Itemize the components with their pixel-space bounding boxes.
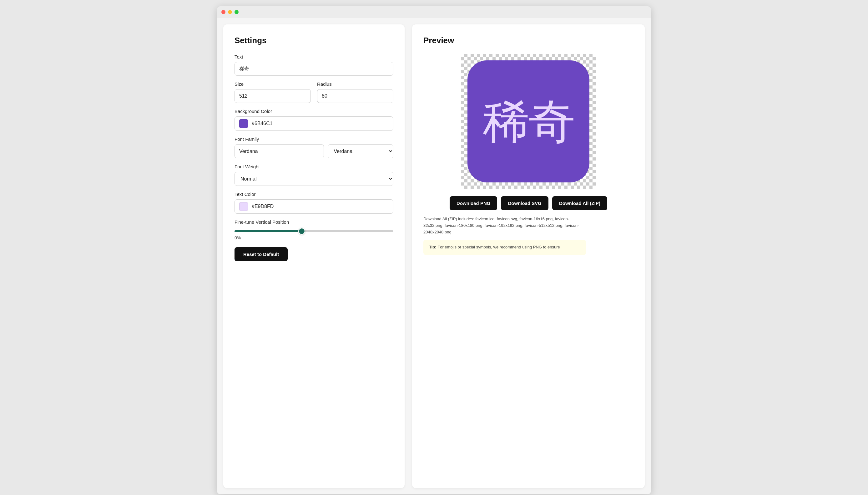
vertical-position-label: Fine-tune Vertical Position [234,219,393,225]
settings-title: Settings [234,36,393,45]
text-color-label: Text Color [234,191,393,197]
radius-input[interactable] [317,89,393,103]
vertical-position-slider[interactable] [234,230,393,232]
text-input[interactable] [234,62,393,76]
titlebar [217,6,651,18]
radius-label: Radius [317,81,393,87]
bg-color-label: Background Color [234,108,393,114]
preview-canvas: 稀奇 [461,54,596,189]
font-weight-select[interactable]: Normal Bold 100 200 300 400 500 600 700 … [234,172,393,186]
minimize-button[interactable] [228,10,232,14]
bg-color-row [234,116,393,131]
font-family-label: Font Family [234,136,393,142]
size-label: Size [234,81,311,87]
app-window: Settings Text Size Radius Background Col… [217,6,651,494]
maximize-button[interactable] [234,10,238,14]
preview-title: Preview [423,36,634,45]
font-family-row: Verdana Arial Georgia [234,144,393,158]
content-area: Settings Text Size Radius Background Col… [217,18,651,494]
preview-panel: Preview 稀奇 Download PNG Download SVG Dow… [412,24,645,488]
settings-panel: Settings Text Size Radius Background Col… [223,24,405,488]
download-buttons: Download PNG Download SVG Download All (… [423,196,634,210]
favicon-preview: 稀奇 [467,61,589,183]
tip-label: Tip: [429,245,437,250]
font-weight-label: Font Weight [234,164,393,169]
bg-color-swatch[interactable] [239,119,248,128]
tip-box: Tip: For emojis or special symbols, we r… [423,240,586,255]
download-all-button[interactable]: Download All (ZIP) [552,196,607,210]
text-label: Text [234,54,393,59]
radius-group: Radius [317,81,393,103]
download-svg-button[interactable]: Download SVG [501,196,548,210]
size-group: Size [234,81,311,103]
font-variant-select[interactable]: Verdana Arial Georgia [328,144,393,158]
download-info: Download All (ZIP) includes: favicon.ico… [423,216,586,235]
favicon-text: 稀奇 [483,98,574,145]
bg-color-input[interactable] [252,121,389,126]
download-png-button[interactable]: Download PNG [450,196,497,210]
reset-button[interactable]: Reset to Default [234,247,288,261]
text-color-row [234,199,393,214]
vertical-position-value: 0% [234,235,393,240]
tip-text: For emojis or special symbols, we recomm… [438,245,560,250]
size-input[interactable] [234,89,311,103]
close-button[interactable] [222,10,226,14]
font-family-input[interactable] [234,144,324,158]
text-color-input[interactable] [252,204,389,209]
text-color-swatch[interactable] [239,202,248,211]
slider-container: 0% [234,228,393,240]
